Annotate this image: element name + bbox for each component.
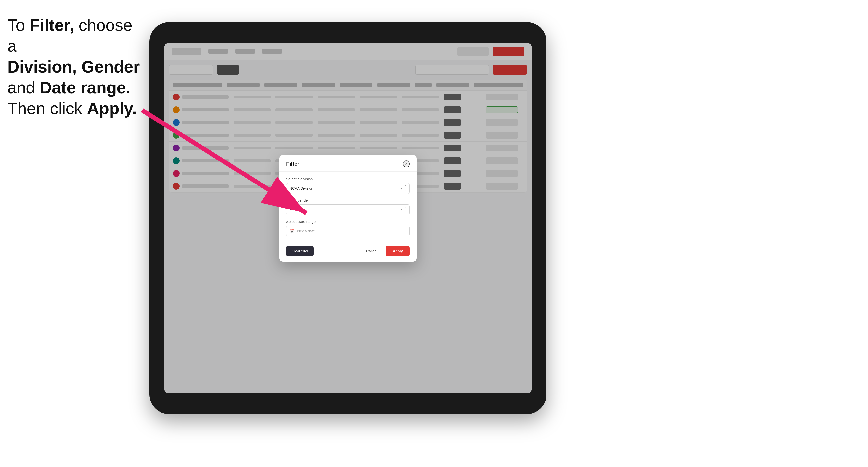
instruction-division: Division, Gender — [7, 57, 140, 76]
modal-footer-right: Cancel Apply — [361, 246, 410, 256]
cancel-button[interactable]: Cancel — [361, 246, 383, 256]
instruction-date: Date range. — [40, 78, 130, 97]
instruction-and: and — [7, 78, 40, 97]
instruction-text: To Filter, choose a Division, Gender and… — [7, 15, 145, 119]
modal-close-button[interactable]: × — [403, 160, 410, 167]
gender-controls: × ⌃⌄ — [401, 206, 407, 213]
gender-select[interactable]: Men × ⌃⌄ — [286, 204, 410, 215]
division-arrow-icon: ⌃⌄ — [404, 185, 407, 192]
apply-button[interactable]: Apply — [386, 246, 410, 256]
gender-field-group: Select gender Men × ⌃⌄ — [286, 198, 410, 215]
tablet-device: Filter × Select a division NCAA Division… — [150, 22, 547, 414]
instruction-then: Then click — [7, 99, 87, 118]
division-field-group: Select a division NCAA Division I × ⌃⌄ — [286, 177, 410, 194]
division-select[interactable]: NCAA Division I × ⌃⌄ — [286, 183, 410, 194]
instruction-prefix: To — [7, 16, 30, 34]
date-field-group: Select Date range 📅 Pick a date — [286, 220, 410, 237]
gender-label: Select gender — [286, 198, 410, 203]
gender-value: Men — [289, 208, 297, 212]
filter-modal: Filter × Select a division NCAA Division… — [279, 155, 416, 262]
division-value: NCAA Division I — [289, 186, 315, 190]
modal-body: Select a division NCAA Division I × ⌃⌄ S… — [279, 172, 416, 242]
instruction-apply: Apply. — [87, 99, 137, 118]
modal-footer: Clear filter Cancel Apply — [279, 242, 416, 262]
tablet-screen: Filter × Select a division NCAA Division… — [164, 43, 532, 393]
modal-header: Filter × — [279, 155, 416, 172]
division-clear-icon[interactable]: × — [401, 186, 403, 190]
gender-arrow-icon: ⌃⌄ — [404, 206, 407, 213]
clear-filter-button[interactable]: Clear filter — [286, 246, 314, 256]
date-input[interactable]: 📅 Pick a date — [286, 226, 410, 237]
date-placeholder: Pick a date — [297, 229, 315, 233]
modal-title: Filter — [286, 161, 300, 167]
modal-overlay: Filter × Select a division NCAA Division… — [164, 43, 532, 393]
gender-clear-icon[interactable]: × — [401, 208, 403, 212]
division-controls: × ⌃⌄ — [401, 185, 407, 192]
date-label: Select Date range — [286, 220, 410, 224]
division-label: Select a division — [286, 177, 410, 181]
calendar-icon: 📅 — [289, 228, 294, 233]
instruction-filter: Filter, — [30, 16, 74, 34]
